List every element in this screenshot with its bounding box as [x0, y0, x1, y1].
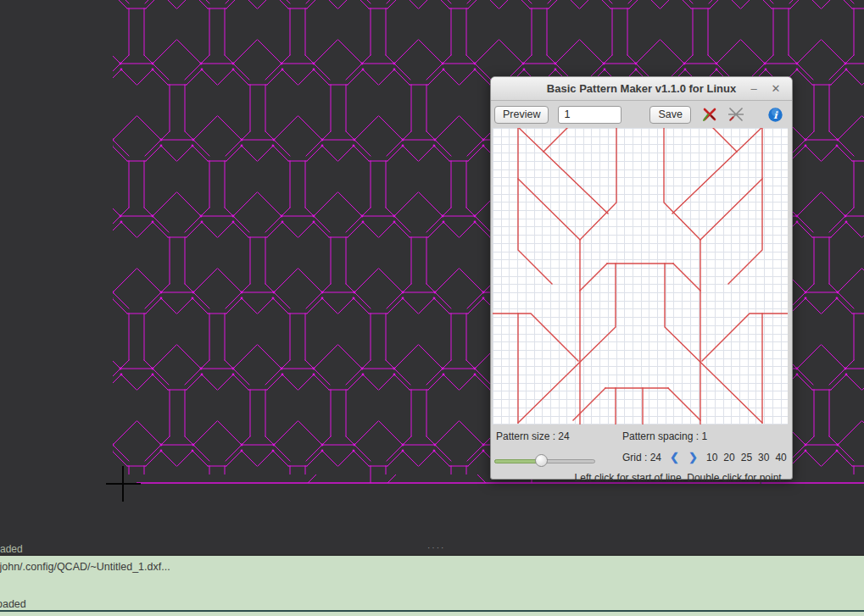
repeat-count-input[interactable] — [558, 106, 622, 124]
dialog-titlebar[interactable]: Basic Pattern Maker v1.1.0 for Linux – ✕ — [491, 77, 792, 101]
usage-hint: Left click for start of line. Double cli… — [491, 472, 789, 484]
scrollbar-grip-dots[interactable]: ···· — [427, 543, 445, 552]
grid-option-30[interactable]: 30 — [758, 452, 769, 463]
save-button[interactable]: Save — [649, 106, 691, 124]
minimize-button[interactable]: – — [744, 80, 763, 97]
dialog-toolbar: Preview Save i — [491, 101, 792, 128]
console-file-path: /john/.config/QCAD/~Untitled_1.dxf... — [0, 561, 170, 573]
console-bottom-strip — [0, 612, 864, 616]
pattern-preview-canvas[interactable] — [493, 128, 788, 425]
clear-pattern-icon[interactable] — [702, 107, 717, 122]
pattern-size-label: Pattern size : 24 — [496, 430, 570, 442]
slider-handle[interactable] — [535, 454, 548, 467]
pattern-size-slider[interactable] — [494, 455, 595, 467]
grid-option-10[interactable]: 10 — [706, 452, 717, 463]
grid-prev-arrow[interactable]: ❮ — [670, 451, 679, 463]
pattern-spacing-label: Pattern spacing : 1 — [622, 430, 707, 442]
info-icon[interactable]: i — [768, 108, 783, 122]
grid-size-options: 10 20 25 30 40 — [706, 452, 787, 463]
grid-option-25[interactable]: 25 — [741, 452, 752, 463]
dialog-title: Basic Pattern Maker v1.1.0 for Linux — [547, 82, 736, 95]
draw-line-tool-icon[interactable] — [728, 107, 744, 122]
grid-option-20[interactable]: 20 — [723, 452, 734, 463]
preview-button[interactable]: Preview — [494, 106, 549, 124]
preview-pattern-lines — [493, 128, 788, 425]
pattern-maker-dialog: Basic Pattern Maker v1.1.0 for Linux – ✕… — [490, 76, 793, 480]
console-loaded-line: oaded — [0, 598, 26, 610]
crosshair-cursor-vertical — [122, 466, 124, 502]
console-clipped-line: aded — [0, 543, 23, 555]
console-output-panel: /john/.config/QCAD/~Untitled_1.dxf... oa… — [0, 554, 864, 610]
close-button[interactable]: ✕ — [766, 80, 785, 97]
grid-label: Grid : 24 — [622, 452, 661, 463]
grid-next-arrow[interactable]: ❯ — [688, 451, 698, 463]
grid-option-40[interactable]: 40 — [775, 452, 786, 463]
